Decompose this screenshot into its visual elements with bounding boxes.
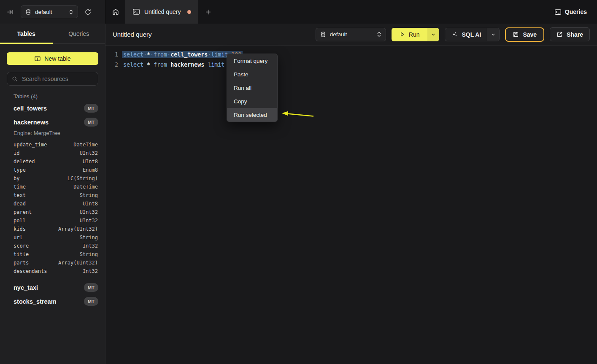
table-list-item[interactable]: nyc_taxiMT bbox=[0, 280, 105, 294]
column-type: UInt32 bbox=[80, 218, 98, 224]
save-button[interactable]: Save bbox=[505, 27, 544, 42]
code-line[interactable]: 2select * from hackernews limit bbox=[105, 59, 597, 70]
table-column-row: parentUInt32 bbox=[0, 208, 105, 216]
share-icon bbox=[556, 31, 563, 38]
save-icon bbox=[513, 31, 519, 38]
table-column-row: timeDateTime bbox=[0, 183, 105, 191]
line-number: 2 bbox=[105, 62, 118, 68]
token-op: * bbox=[147, 51, 150, 58]
sql-editor[interactable]: 1select·*·from·cell_towers·limit·1002sel… bbox=[105, 46, 597, 70]
table-column-row: scoreInt32 bbox=[0, 242, 105, 250]
new-table-button[interactable]: New table bbox=[7, 52, 98, 65]
tab-strip: Untitled query Queries bbox=[105, 0, 597, 24]
query-database-selector-value: default bbox=[330, 31, 373, 38]
table-column-row: textString bbox=[0, 191, 105, 200]
token-kw: limit bbox=[208, 62, 224, 68]
chevron-updown-icon bbox=[377, 32, 381, 37]
line-number: 1 bbox=[105, 51, 118, 58]
token-kw: from bbox=[154, 51, 167, 58]
whitespace: · bbox=[150, 51, 154, 58]
run-button[interactable]: Run bbox=[392, 28, 428, 41]
collapse-sidebar-button[interactable] bbox=[7, 8, 14, 16]
chevron-down-icon bbox=[431, 32, 435, 37]
table-column-row: byLC(String) bbox=[0, 174, 105, 183]
column-type: String bbox=[80, 251, 98, 257]
search-input[interactable] bbox=[21, 75, 99, 83]
sidebar-tab-queries[interactable]: Queries bbox=[53, 24, 105, 43]
refresh-button[interactable] bbox=[84, 8, 92, 16]
sidebar: Tables Queries New table Tables (4) cell… bbox=[0, 24, 105, 364]
table-column-row: deletedUInt8 bbox=[0, 157, 105, 166]
chevron-updown-icon bbox=[69, 9, 73, 15]
database-selector[interactable]: default bbox=[21, 5, 78, 18]
run-options-button[interactable] bbox=[427, 28, 439, 41]
run-split-button: Run bbox=[392, 28, 440, 41]
token-id: hackernews bbox=[170, 62, 204, 68]
main-area: Untitled query default bbox=[105, 24, 597, 364]
new-table-label: New table bbox=[44, 55, 70, 62]
table-column-row: deadUInt8 bbox=[0, 200, 105, 208]
plus-icon bbox=[205, 9, 211, 15]
queries-label: Queries bbox=[565, 8, 587, 15]
column-name: descendants bbox=[14, 268, 83, 274]
code-line[interactable]: 1select·*·from·cell_towers·limit·100 bbox=[105, 49, 597, 59]
table-column-row: titleString bbox=[0, 250, 105, 259]
menu-item-run-selected[interactable]: Run selected bbox=[227, 108, 277, 121]
column-name: text bbox=[14, 192, 80, 198]
token-op: * bbox=[147, 62, 150, 68]
queries-icon bbox=[554, 8, 562, 16]
column-name: update_time bbox=[14, 142, 73, 148]
database-selector-value: default bbox=[35, 9, 65, 15]
table-column-row: kidsArray(UInt32) bbox=[0, 225, 105, 233]
menu-item-format-query[interactable]: Format query bbox=[227, 54, 277, 67]
sql-ai-split-button: SQL AI bbox=[445, 28, 500, 41]
table-list-item[interactable]: stocks_streamMT bbox=[0, 294, 105, 308]
column-type: DateTime bbox=[73, 184, 98, 190]
sidebar-tab-tables[interactable]: Tables bbox=[0, 24, 53, 43]
chevron-down-icon bbox=[491, 32, 495, 37]
column-name: poll bbox=[14, 218, 80, 224]
tables-section-label: Tables (4) bbox=[14, 93, 98, 100]
database-icon bbox=[320, 31, 326, 38]
column-name: by bbox=[14, 175, 68, 181]
table-name: hackernews bbox=[14, 119, 84, 126]
sql-ai-options-button[interactable] bbox=[487, 28, 499, 41]
column-name: title bbox=[14, 251, 80, 257]
column-type: LC(String) bbox=[68, 175, 98, 181]
new-tab-button[interactable] bbox=[198, 0, 218, 24]
column-type: Enum8 bbox=[83, 167, 98, 173]
share-button[interactable]: Share bbox=[550, 27, 590, 41]
column-type: Int32 bbox=[83, 268, 98, 274]
terminal-icon bbox=[132, 8, 140, 16]
engine-badge: MT bbox=[84, 104, 98, 113]
queries-button[interactable]: Queries bbox=[554, 8, 587, 16]
search-box bbox=[7, 72, 98, 86]
unsaved-changes-dot bbox=[187, 10, 191, 14]
token-id: cell_towers bbox=[170, 51, 208, 58]
column-type: String bbox=[80, 235, 98, 240]
whitespace bbox=[143, 62, 147, 68]
query-database-selector[interactable]: default bbox=[316, 28, 386, 41]
table-column-row: typeEnum8 bbox=[0, 166, 105, 174]
menu-item-run-all[interactable]: Run all bbox=[227, 81, 277, 94]
table-list-item[interactable]: cell_towersMT bbox=[0, 101, 105, 115]
menu-item-copy[interactable]: Copy bbox=[227, 94, 277, 108]
column-name: kids bbox=[14, 226, 58, 232]
table-column-row: descendantsInt32 bbox=[0, 267, 105, 275]
editor-context-menu: Format queryPasteRun allCopyRun selected bbox=[227, 54, 278, 122]
table-column-row: urlString bbox=[0, 233, 105, 242]
spacer bbox=[0, 275, 105, 280]
home-button[interactable] bbox=[105, 0, 125, 24]
column-type: DateTime bbox=[73, 142, 98, 148]
column-type: String bbox=[80, 192, 98, 198]
column-name: parts bbox=[14, 260, 58, 266]
tables-list: cell_towersMThackernewsMTEngine: MergeTr… bbox=[0, 101, 105, 308]
menu-item-paste[interactable]: Paste bbox=[227, 67, 277, 81]
tab-untitled-query[interactable]: Untitled query bbox=[125, 0, 198, 24]
sql-ai-button[interactable]: SQL AI bbox=[445, 28, 487, 41]
column-type: Array(UInt32) bbox=[58, 260, 98, 266]
whitespace bbox=[167, 62, 170, 68]
column-type: UInt32 bbox=[80, 150, 98, 156]
table-list-item[interactable]: hackernewsMT bbox=[0, 115, 105, 129]
whitespace: · bbox=[143, 51, 147, 58]
